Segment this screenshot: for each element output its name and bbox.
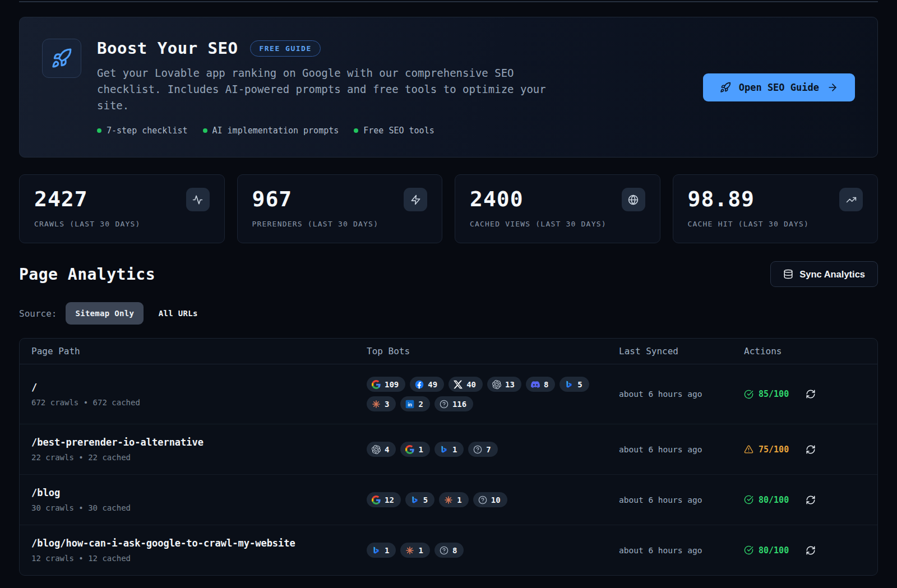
banner-features: 7-step checklist AI implementation promp…: [97, 126, 687, 136]
score-value: 80/100: [759, 495, 789, 505]
activity-icon: [186, 188, 210, 211]
bot-count: 1: [452, 445, 457, 454]
column-top-bots: Top Bots: [367, 346, 619, 356]
table-row: /blog 30 crawls • 30 cached 12 5 1 10 ab…: [20, 475, 877, 525]
bot-count: 5: [423, 496, 428, 504]
sync-analytics-label: Sync Analytics: [799, 269, 865, 280]
open-seo-guide-button[interactable]: Open SEO Guide: [703, 73, 855, 101]
page-path-cell: /best-prerender-io-alternative 22 crawls…: [20, 437, 367, 462]
bing-icon: [372, 546, 381, 555]
stat-card: 98.89 CACHE HIT (LAST 30 DAYS): [673, 174, 878, 243]
bot-badge: 1: [400, 442, 429, 457]
last-synced: about 6 hours ago: [619, 496, 744, 504]
bot-count: 8: [452, 546, 457, 555]
rocket-icon: [42, 39, 81, 78]
stat-label: CACHED VIEWS (LAST 30 DAYS): [470, 220, 645, 228]
bing-icon: [565, 380, 574, 389]
bot-badge: 1: [400, 543, 429, 558]
top-bots-cell: 12 5 1 10: [367, 492, 619, 507]
bot-badge: 5: [560, 377, 589, 392]
score-value: 80/100: [759, 545, 789, 555]
google-icon: [372, 496, 381, 504]
svg-text:in: in: [408, 401, 413, 407]
crawl-meta: 30 crawls • 30 cached: [31, 503, 367, 512]
stat-value: 98.89: [688, 188, 755, 211]
source-label: Source:: [19, 308, 57, 319]
column-page-path: Page Path: [20, 346, 367, 356]
page-path: /: [31, 382, 367, 393]
stats-row: 2427 CRAWLS (LAST 30 DAYS) 967 PRERENDER…: [19, 174, 878, 243]
bot-badge: 3: [367, 396, 396, 411]
page-title: Page Analytics: [19, 265, 155, 284]
sync-analytics-button[interactable]: Sync Analytics: [770, 261, 878, 287]
bot-count: 1: [385, 546, 389, 555]
stat-value: 967: [252, 188, 293, 211]
refresh-icon[interactable]: [804, 494, 817, 506]
bot-badge: 5: [405, 492, 434, 507]
rocket-icon: [720, 82, 731, 93]
stat-label: CACHE HIT (LAST 30 DAYS): [688, 220, 863, 228]
bot-badge: 8: [434, 543, 464, 558]
feature-label: Free SEO tools: [363, 126, 434, 136]
free-guide-badge: FREE GUIDE: [250, 40, 320, 57]
bot-count: 1: [418, 546, 423, 555]
feature-item: Free SEO tools: [354, 126, 434, 136]
seo-score: 75/100: [744, 445, 789, 455]
page-path-cell: /blog/how-can-i-ask-google-to-crawl-my-w…: [20, 538, 367, 563]
anthropic-icon: [372, 400, 381, 409]
feature-item: 7-step checklist: [97, 126, 188, 136]
bot-badge: 4: [367, 442, 396, 457]
page-path: /blog/how-can-i-ask-google-to-crawl-my-w…: [31, 538, 367, 549]
refresh-icon[interactable]: [804, 544, 817, 557]
stat-value: 2427: [34, 188, 88, 211]
banner-title: Boost Your SEO: [97, 39, 238, 58]
crawl-meta: 22 crawls • 22 cached: [31, 453, 367, 462]
stat-card: 2400 CACHED VIEWS (LAST 30 DAYS): [455, 174, 660, 243]
bot-badge: 10: [473, 492, 507, 507]
feature-item: AI implementation prompts: [203, 126, 339, 136]
bot-count: 49: [428, 380, 437, 389]
bot-count: 109: [385, 380, 399, 389]
stat-label: PRERENDERS (LAST 30 DAYS): [252, 220, 428, 228]
source-option-sitemap-only[interactable]: Sitemap Only: [66, 302, 144, 325]
refresh-icon[interactable]: [804, 443, 817, 456]
table-header: Page Path Top Bots Last Synced Actions: [20, 339, 877, 364]
page-path: /best-prerender-io-alternative: [31, 437, 367, 448]
bot-count: 12: [385, 496, 394, 504]
actions-cell: 80/100: [744, 544, 877, 557]
top-divider: [19, 1, 878, 2]
check-circle-icon: [744, 545, 753, 555]
green-dot-icon: [354, 128, 358, 133]
seo-score: 85/100: [744, 389, 789, 399]
page-path: /blog: [31, 487, 367, 498]
bot-count: 40: [466, 380, 476, 389]
unknown-icon: [473, 445, 482, 454]
unknown-icon: [440, 400, 449, 409]
seo-score: 80/100: [744, 495, 789, 505]
stat-label: CRAWLS (LAST 30 DAYS): [34, 220, 210, 228]
crawl-meta: 672 crawls • 672 cached: [31, 398, 367, 407]
source-option-all-urls[interactable]: All URLs: [149, 302, 207, 325]
bot-count: 8: [544, 380, 548, 389]
bot-count: 116: [452, 400, 466, 409]
last-synced: about 6 hours ago: [619, 546, 744, 555]
source-toggle: Sitemap Only All URLs: [66, 302, 207, 325]
stat-card: 967 PRERENDERS (LAST 30 DAYS): [237, 174, 443, 243]
cta-label: Open SEO Guide: [739, 82, 819, 93]
bing-icon: [440, 445, 449, 454]
openai-icon: [492, 380, 501, 389]
banner-content: Boost Your SEO FREE GUIDE Get your Lovab…: [97, 39, 687, 136]
globe-icon: [622, 188, 645, 211]
anthropic-icon: [444, 496, 453, 504]
table-row: / 672 crawls • 672 cached 109 49 40 13 8…: [20, 364, 877, 424]
page-analytics-table: Page Path Top Bots Last Synced Actions /…: [19, 338, 878, 576]
bot-badge: 49: [410, 377, 444, 392]
refresh-icon[interactable]: [804, 388, 817, 400]
last-synced: about 6 hours ago: [619, 390, 744, 399]
bot-count: 13: [505, 380, 515, 389]
bot-badge: 109: [367, 377, 405, 392]
top-bots-cell: 4 1 1 7: [367, 442, 619, 457]
check-circle-icon: [744, 390, 753, 399]
bot-count: 10: [491, 496, 501, 504]
feature-label: AI implementation prompts: [212, 126, 339, 136]
